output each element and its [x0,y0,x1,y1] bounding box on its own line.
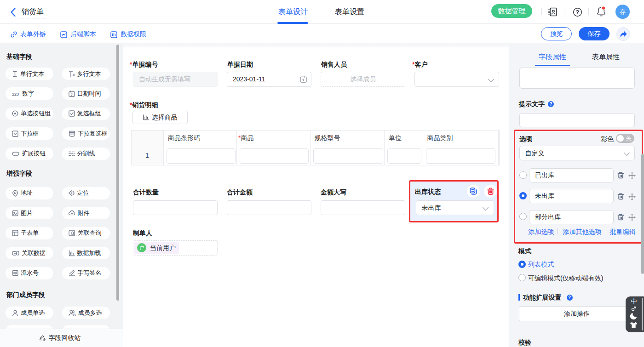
svg-text:123: 123 [12,91,19,96]
svg-text:?: ? [576,9,579,15]
